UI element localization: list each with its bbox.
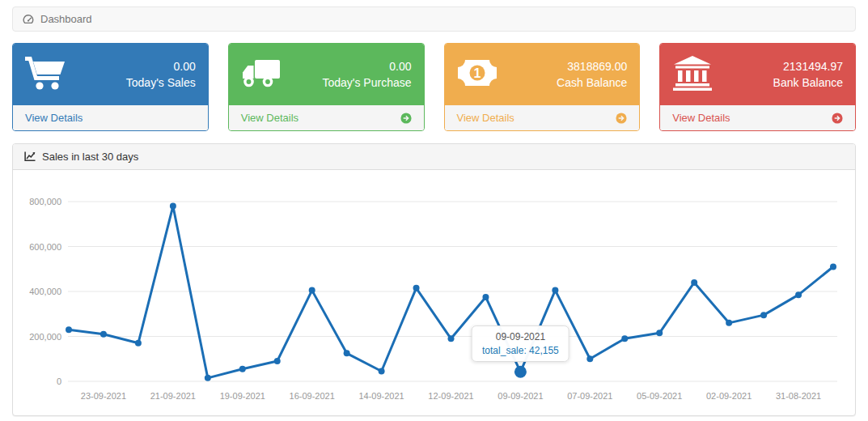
card-value: 3818869.00 — [557, 58, 627, 74]
card-bank-balance-head: 2131494.97 Bank Balance — [660, 44, 855, 105]
view-details-label: View Details — [241, 112, 299, 124]
data-point[interactable] — [239, 366, 246, 372]
sales-chart-panel-heading: Sales in last 30 days — [13, 144, 855, 170]
x-tick-label: 12-09-2021 — [428, 391, 473, 401]
arrow-circle-right-icon — [400, 113, 412, 124]
data-point[interactable] — [691, 279, 697, 286]
data-point[interactable] — [656, 330, 663, 336]
card-label: Today's Purchase — [322, 74, 411, 91]
x-tick-label: 23-09-2021 — [81, 391, 126, 401]
data-point[interactable] — [274, 358, 281, 364]
page-title: Dashboard — [40, 13, 92, 25]
data-point[interactable] — [726, 320, 732, 326]
data-point[interactable] — [379, 368, 385, 375]
card-todays-purchase-head: 0.00 Today's Purchase — [229, 44, 424, 105]
sales-line-chart: 0200,000400,000600,000800,00023-09-20212… — [13, 170, 853, 413]
topbar: Dashboard — [12, 6, 856, 32]
data-point[interactable] — [66, 326, 72, 333]
x-tick-label: 21-09-2021 — [150, 391, 196, 401]
data-point[interactable] — [795, 291, 802, 298]
card-todays-purchase: 0.00 Today's Purchase View Details — [228, 43, 425, 131]
view-details-label: View Details — [457, 112, 514, 124]
x-tick-label: 02-09-2021 — [706, 391, 752, 401]
data-point[interactable] — [552, 287, 558, 294]
x-tick-label: 19-09-2021 — [220, 391, 265, 401]
bank-icon — [672, 55, 713, 94]
card-label: Bank Balance — [773, 74, 843, 91]
data-point[interactable] — [482, 294, 489, 300]
data-point[interactable] — [344, 350, 350, 356]
card-todays-sales-head: 0.00 Today's Sales — [13, 44, 208, 105]
data-point[interactable] — [100, 331, 107, 338]
data-point[interactable] — [413, 285, 420, 291]
view-details-link-purchase[interactable]: View Details — [229, 105, 424, 130]
shopping-cart-icon — [25, 55, 66, 94]
x-tick-label: 14-09-2021 — [358, 391, 404, 401]
view-details-label: View Details — [672, 112, 730, 124]
card-value: 0.00 — [126, 58, 196, 74]
card-bank-balance: 2131494.97 Bank Balance View Details — [659, 43, 856, 131]
stat-cards-row: 0.00 Today's Sales View Details 0.00 Tod… — [12, 43, 856, 131]
view-details-label: View Details — [25, 112, 83, 124]
arrow-circle-right-icon — [616, 113, 627, 124]
data-point[interactable] — [830, 263, 836, 270]
y-tick-label: 800,000 — [29, 197, 61, 206]
arrow-circle-right-icon — [832, 113, 843, 124]
sales-chart-panel: Sales in last 30 days 0200,000400,000600… — [12, 143, 856, 416]
data-point[interactable] — [621, 335, 628, 342]
sales-series-line — [69, 206, 833, 378]
chart-line-icon — [24, 151, 36, 162]
panel-title: Sales in last 30 days — [42, 151, 138, 163]
card-value: 2131494.97 — [773, 58, 843, 74]
card-cash-balance-head: 1 3818869.00 Cash Balance — [445, 44, 640, 105]
svg-text:1: 1 — [473, 66, 481, 80]
data-point[interactable] — [586, 355, 593, 362]
tachometer-icon — [23, 14, 34, 24]
x-tick-label: 09-09-2021 — [498, 391, 543, 401]
x-tick-label: 16-09-2021 — [290, 391, 335, 401]
y-tick-label: 600,000 — [29, 242, 61, 252]
data-point[interactable] — [448, 335, 455, 342]
data-point-hovered[interactable] — [514, 366, 527, 378]
money-bill-icon: 1 — [457, 58, 498, 91]
card-label: Today's Sales — [126, 74, 196, 91]
truck-icon — [241, 57, 282, 92]
card-cash-balance: 1 3818869.00 Cash Balance View Details — [444, 43, 641, 131]
x-tick-label: 05-09-2021 — [637, 391, 682, 401]
y-tick-label: 0 — [57, 376, 61, 386]
view-details-link-sales[interactable]: View Details — [13, 105, 208, 130]
data-point[interactable] — [170, 203, 176, 210]
data-point[interactable] — [205, 375, 211, 381]
chart-area: 0200,000400,000600,000800,00023-09-20212… — [13, 170, 855, 415]
card-value: 0.00 — [322, 58, 411, 74]
x-tick-label: 07-09-2021 — [567, 391, 612, 401]
card-label: Cash Balance — [557, 74, 627, 91]
y-tick-label: 400,000 — [29, 287, 61, 296]
data-point[interactable] — [760, 312, 767, 318]
view-details-link-bank[interactable]: View Details — [660, 105, 855, 130]
x-tick-label: 31-08-2021 — [776, 391, 821, 401]
data-point[interactable] — [309, 287, 315, 294]
view-details-link-cash[interactable]: View Details — [445, 105, 640, 130]
data-point[interactable] — [135, 340, 142, 347]
card-todays-sales: 0.00 Today's Sales View Details — [12, 43, 209, 131]
y-tick-label: 200,000 — [29, 332, 61, 342]
